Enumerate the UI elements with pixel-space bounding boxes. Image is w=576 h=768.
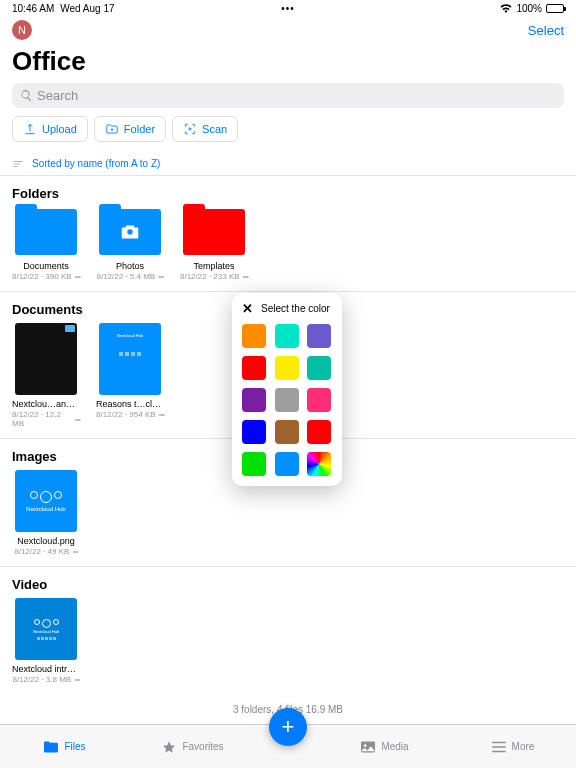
scan-button[interactable]: Scan <box>172 116 238 142</box>
upload-icon <box>23 122 37 136</box>
item-meta: 8/12/22 · 49 KB <box>14 547 69 556</box>
sort-row[interactable]: Sorted by name (from A to Z) <box>0 152 576 176</box>
color-swatch[interactable] <box>307 324 331 348</box>
add-button[interactable]: + <box>269 708 307 746</box>
section-folders: Folders Documents 8/12/22 · 390 KB••• Ph… <box>0 176 576 292</box>
color-swatch[interactable] <box>275 420 299 444</box>
color-swatch[interactable] <box>307 420 331 444</box>
pdf-thumbnail: Nextcloud Hub <box>99 323 161 395</box>
color-swatch[interactable] <box>242 452 266 476</box>
scan-icon <box>183 122 197 136</box>
plus-icon: + <box>282 716 295 738</box>
item-meta: 8/12/22 · 390 KB <box>12 272 72 281</box>
video-thumbnail: Nextcloud Hub <box>15 598 77 660</box>
folder-item[interactable]: Photos 8/12/22 · 5.4 MB••• <box>96 207 164 281</box>
tab-more[interactable]: More <box>448 725 576 768</box>
item-name: Nextcloud intro.mp4 <box>12 664 80 674</box>
status-date: Wed Aug 17 <box>60 3 114 14</box>
image-thumbnail: Nextcloud Hub <box>15 470 77 532</box>
tab-label: Favorites <box>182 741 223 752</box>
color-swatch-custom[interactable] <box>307 452 331 476</box>
folder-button[interactable]: Folder <box>94 116 166 142</box>
more-icon[interactable]: ••• <box>159 410 164 419</box>
tab-label: Files <box>64 741 85 752</box>
more-icon[interactable]: ••• <box>72 547 77 556</box>
item-name: Reasons t…cloud.pdf <box>96 399 164 409</box>
nextcloud-logo-icon <box>34 619 59 628</box>
action-row: Upload Folder Scan <box>0 116 576 152</box>
folder-label: Folder <box>124 123 155 135</box>
wifi-icon <box>500 4 512 13</box>
item-meta: 8/12/22 · 3.8 MB <box>12 675 71 684</box>
tab-label: More <box>512 741 535 752</box>
document-item[interactable]: Nextclou…anual.pdf 8/12/22 · 12.2 MB••• <box>12 323 80 428</box>
tab-files[interactable]: Files <box>0 725 128 768</box>
section-title-video: Video <box>12 577 564 592</box>
select-button[interactable]: Select <box>528 23 564 38</box>
search-input[interactable]: Search <box>12 83 564 108</box>
battery-icon <box>546 4 564 13</box>
color-swatch[interactable] <box>275 356 299 380</box>
item-meta: 8/12/22 · 954 KB <box>96 410 156 419</box>
scan-label: Scan <box>202 123 227 135</box>
tab-favorites[interactable]: Favorites <box>128 725 256 768</box>
upload-label: Upload <box>42 123 77 135</box>
color-swatch[interactable] <box>275 388 299 412</box>
color-swatch[interactable] <box>307 356 331 380</box>
folder-icon <box>183 209 245 255</box>
more-icon[interactable]: ••• <box>75 272 80 281</box>
section-video: Video Nextcloud Hub Nextcloud intro.mp4 … <box>0 567 576 694</box>
upload-button[interactable]: Upload <box>12 116 88 142</box>
folder-icon <box>15 209 77 255</box>
sort-label: Sorted by name (from A to Z) <box>32 158 160 169</box>
item-meta: 8/12/22 · 5.4 MB <box>96 272 155 281</box>
color-picker-popover: ✕ Select the color <box>232 293 342 486</box>
folder-icon <box>42 740 60 754</box>
nextcloud-logo-icon <box>30 491 62 503</box>
item-name: Photos <box>116 261 144 271</box>
avatar[interactable]: N <box>12 20 32 40</box>
more-icon[interactable]: ••• <box>158 272 163 281</box>
color-swatch[interactable] <box>275 324 299 348</box>
more-icon[interactable]: ••• <box>243 272 248 281</box>
folder-item[interactable]: Templates 8/12/22 · 233 KB••• <box>180 207 248 281</box>
color-swatch[interactable] <box>242 356 266 380</box>
logo-text: Nextcloud Hub <box>26 506 65 512</box>
media-icon <box>359 740 377 754</box>
color-swatch[interactable] <box>242 420 266 444</box>
close-icon[interactable]: ✕ <box>242 301 253 316</box>
item-name: Documents <box>23 261 69 271</box>
color-swatch[interactable] <box>242 388 266 412</box>
section-title-folders: Folders <box>12 186 564 201</box>
item-name: Templates <box>193 261 234 271</box>
status-bar: 10:46 AM Wed Aug 17 ••• 100% <box>0 0 576 16</box>
color-grid <box>242 324 332 476</box>
status-dots: ••• <box>281 3 295 14</box>
popover-title: Select the color <box>261 303 330 314</box>
item-name: Nextclou…anual.pdf <box>12 399 80 409</box>
battery-percent: 100% <box>516 3 542 14</box>
item-name: Nextcloud.png <box>17 536 75 546</box>
page-title: Office <box>0 44 576 83</box>
item-meta: 8/12/22 · 233 KB <box>180 272 240 281</box>
more-icon[interactable]: ••• <box>74 675 79 684</box>
color-swatch[interactable] <box>275 452 299 476</box>
header: N Select <box>0 16 576 44</box>
folder-icon <box>99 209 161 255</box>
color-swatch[interactable] <box>307 388 331 412</box>
document-item[interactable]: Nextcloud Hub Reasons t…cloud.pdf 8/12/2… <box>96 323 164 428</box>
sort-icon <box>12 159 24 169</box>
search-placeholder: Search <box>37 88 78 103</box>
image-item[interactable]: Nextcloud Hub Nextcloud.png 8/12/22 · 49… <box>12 470 80 556</box>
folder-plus-icon <box>105 122 119 136</box>
folder-item[interactable]: Documents 8/12/22 · 390 KB••• <box>12 207 80 281</box>
menu-icon <box>490 740 508 754</box>
search-icon <box>20 89 33 102</box>
tab-media[interactable]: Media <box>320 725 448 768</box>
status-time: 10:46 AM <box>12 3 54 14</box>
color-swatch[interactable] <box>242 324 266 348</box>
more-icon[interactable]: ••• <box>75 415 80 424</box>
video-item[interactable]: Nextcloud Hub Nextcloud intro.mp4 8/12/2… <box>12 598 80 684</box>
pdf-thumbnail <box>15 323 77 395</box>
item-meta: 8/12/22 · 12.2 MB <box>12 410 72 428</box>
